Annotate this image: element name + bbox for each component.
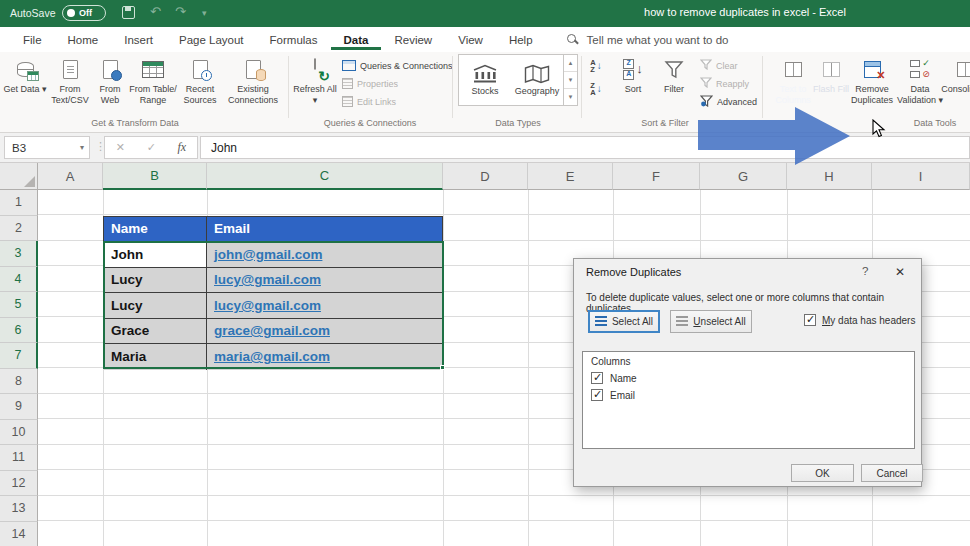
qat-more-icon[interactable]: ▾ (202, 8, 207, 18)
tab-view[interactable]: View (445, 29, 496, 50)
edit-links-button[interactable]: Edit Links (342, 94, 396, 109)
from-text-csv-button[interactable]: From Text/CSV (48, 55, 92, 117)
queries-connections-button[interactable]: Queries & Connections (342, 58, 453, 73)
properties-button[interactable]: Properties (342, 76, 398, 91)
globe-icon (111, 70, 122, 81)
cell-c4[interactable]: lucy@gmail.com (207, 268, 442, 293)
group-label-queries: Queries & Connections (295, 118, 445, 128)
row-header-9[interactable]: 9 (0, 394, 38, 420)
column-header-c[interactable]: C (207, 163, 443, 190)
tab-home[interactable]: Home (55, 29, 112, 50)
formula-enter-icon[interactable]: ✓ (147, 141, 156, 154)
column-header-a[interactable]: A (38, 163, 103, 190)
data-validation-button[interactable]: ✓ ⊘ Data Validation ▾ (897, 55, 943, 117)
refresh-all-button[interactable]: ↻ Refresh All ▾ (292, 55, 338, 117)
my-data-has-headers-checkbox[interactable]: ✓ My data has headers (804, 314, 915, 326)
stocks-button[interactable]: Stocks (459, 55, 511, 105)
edit-links-icon (342, 96, 353, 107)
consolidate-button[interactable]: Consolidate (940, 55, 970, 117)
row-header-1[interactable]: 1 (0, 190, 38, 216)
annotation-arrow (690, 102, 856, 176)
redo-icon[interactable]: ↷ (175, 4, 186, 19)
map-icon (524, 64, 550, 84)
gallery-up-icon[interactable]: ▴ (564, 55, 577, 71)
cell-c5[interactable]: lucy@gmail.com (207, 293, 442, 318)
sort-az-button[interactable]: AZ↓ (587, 57, 605, 75)
checkbox-checked-icon[interactable]: ✓ (591, 389, 603, 401)
cell-c6[interactable]: grace@gmail.com (207, 319, 442, 344)
row-header-13[interactable]: 13 (0, 496, 38, 522)
tab-data[interactable]: Data (331, 29, 382, 50)
filter-button[interactable]: Filter (654, 55, 694, 117)
cell-c3[interactable]: john@gmail.com (207, 242, 442, 267)
column-header-e[interactable]: E (528, 163, 613, 190)
cell-c2[interactable]: Email (207, 217, 442, 242)
row-header-5[interactable]: 5 (0, 292, 38, 318)
ok-button[interactable]: OK (791, 464, 854, 482)
columns-listbox[interactable]: Columns ✓ Name ✓ Email (582, 351, 915, 449)
tell-me-search[interactable]: Tell me what you want to do (566, 33, 729, 46)
reapply-filter-button[interactable]: Reapply (700, 76, 749, 91)
sort-button[interactable]: ZA↓ Sort (612, 55, 654, 117)
advanced-filter-button[interactable]: Advanced (700, 94, 757, 109)
row-header-7[interactable]: 7 (0, 343, 38, 369)
column-item-email[interactable]: ✓ Email (591, 389, 635, 401)
clear-filter-button[interactable]: Clear (700, 58, 738, 73)
remove-duplicates-button[interactable]: ✕ Remove Duplicates (846, 55, 898, 117)
cell-b7[interactable]: Maria (104, 344, 207, 370)
tab-formulas[interactable]: Formulas (257, 29, 331, 50)
row-header-4[interactable]: 4 (0, 267, 38, 293)
column-header-f[interactable]: F (613, 163, 700, 190)
insert-function-icon[interactable]: fx (178, 140, 187, 155)
row-header-6[interactable]: 6 (0, 318, 38, 344)
column-header-d[interactable]: D (443, 163, 528, 190)
tell-me-label: Tell me what you want to do (587, 34, 729, 46)
row-header-8[interactable]: 8 (0, 369, 38, 395)
undo-icon[interactable]: ↶ (150, 4, 161, 19)
name-box[interactable]: B3 ▾ (4, 136, 90, 159)
table-header-row: Name Email (104, 217, 442, 243)
column-header-b[interactable]: B (103, 163, 207, 190)
row-header-2[interactable]: 2 (0, 216, 38, 242)
cell-b5[interactable]: Lucy (104, 293, 207, 318)
tab-insert[interactable]: Insert (111, 29, 166, 50)
column-header-i[interactable]: I (872, 163, 970, 190)
reapply-funnel-icon (700, 77, 712, 90)
from-web-button[interactable]: From Web (92, 55, 128, 117)
unselect-all-button[interactable]: Unselect All (670, 310, 752, 333)
recent-sources-button[interactable]: Recent Sources (178, 55, 222, 117)
get-data-button[interactable]: Get Data ▾ (2, 55, 48, 117)
select-all-corner[interactable] (0, 163, 38, 190)
cell-b2[interactable]: Name (104, 217, 207, 242)
cell-c7[interactable]: maria@gmail.com (207, 344, 442, 370)
existing-connections-button[interactable]: Existing Connections (224, 55, 282, 117)
tab-page-layout[interactable]: Page Layout (166, 29, 257, 50)
namebox-caret-icon[interactable]: ▾ (80, 143, 84, 152)
tab-file[interactable]: File (10, 29, 55, 50)
row-header-12[interactable]: 12 (0, 471, 38, 497)
column-item-name[interactable]: ✓ Name (591, 372, 637, 384)
cell-b4[interactable]: Lucy (104, 268, 207, 293)
checkbox-checked-icon[interactable]: ✓ (591, 372, 603, 384)
row-header-11[interactable]: 11 (0, 445, 38, 471)
table-row: Maria maria@gmail.com (104, 344, 442, 370)
gallery-more-icon[interactable]: ▾ (564, 88, 577, 105)
save-icon[interactable] (122, 6, 135, 19)
row-header-3[interactable]: 3 (0, 241, 38, 267)
formula-cancel-icon[interactable]: ✕ (116, 141, 125, 154)
autosave-toggle[interactable]: Off (62, 5, 106, 21)
row-header-14[interactable]: 14 (0, 522, 38, 546)
sort-za-button[interactable]: ZA↓ (587, 80, 605, 98)
gallery-down-icon[interactable]: ▾ (564, 71, 577, 88)
dialog-help-icon[interactable]: ? (862, 265, 868, 277)
row-header-10[interactable]: 10 (0, 420, 38, 446)
cell-b6[interactable]: Grace (104, 319, 207, 344)
tab-review[interactable]: Review (381, 29, 445, 50)
geography-button[interactable]: Geography (511, 55, 563, 105)
dialog-close-icon[interactable]: ✕ (895, 265, 905, 279)
cancel-button[interactable]: Cancel (861, 464, 923, 482)
tab-help[interactable]: Help (496, 29, 546, 50)
cell-b3-active[interactable]: John (104, 242, 207, 267)
select-all-button[interactable]: Select All (588, 310, 660, 333)
from-table-range-button[interactable]: From Table/ Range (128, 55, 178, 117)
